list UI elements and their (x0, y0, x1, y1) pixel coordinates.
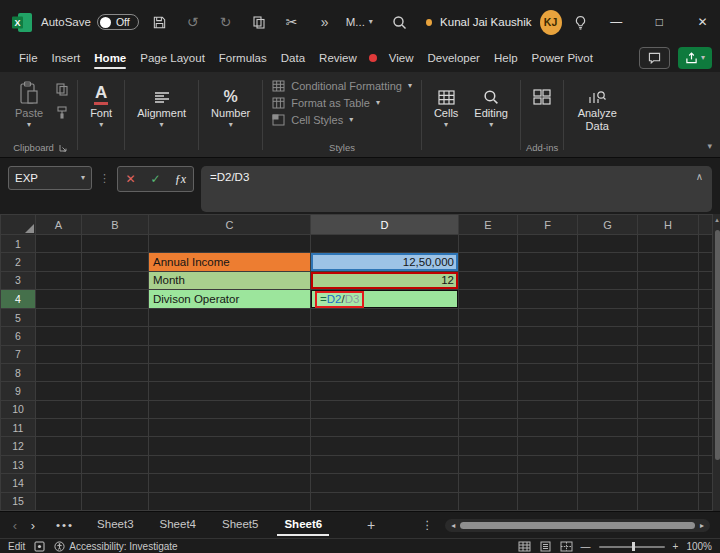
cell-e15[interactable] (459, 492, 518, 510)
column-header-b[interactable]: B (82, 215, 149, 235)
cell-c8[interactable] (149, 364, 311, 382)
sheet-tab-sheet4[interactable]: Sheet4 (147, 512, 209, 538)
cell-d8[interactable] (311, 364, 459, 382)
ribbon-tab-file[interactable]: File (12, 47, 45, 69)
ribbon-tab-page-layout[interactable]: Page Layout (133, 47, 212, 69)
cell-f13[interactable] (518, 455, 578, 473)
row-header-11[interactable]: 11 (1, 419, 36, 437)
cell-b7[interactable] (82, 345, 149, 363)
cell-f11[interactable] (518, 419, 578, 437)
ribbon-tab-developer[interactable]: Developer (421, 47, 487, 69)
cell-e2[interactable] (459, 253, 518, 271)
window-title-menu[interactable]: M... ▾ (346, 16, 373, 28)
row-header-14[interactable]: 14 (1, 474, 36, 492)
cell-d13[interactable] (311, 455, 459, 473)
zoom-slider[interactable] (599, 546, 665, 548)
cell-g10[interactable] (578, 400, 638, 418)
row-header-9[interactable]: 9 (1, 382, 36, 400)
cell-b8[interactable] (82, 364, 149, 382)
cell-d4[interactable]: =D2/D3 (311, 290, 459, 309)
normal-view-button[interactable] (518, 541, 531, 552)
cell-d10[interactable] (311, 400, 459, 418)
font-button[interactable]: A Font ▾ (83, 75, 119, 129)
zoom-out-button[interactable]: — (581, 541, 591, 552)
cell-f7[interactable] (518, 345, 578, 363)
cell-h15[interactable] (638, 492, 699, 510)
paste-button[interactable]: Paste ▾ (8, 75, 50, 129)
cell-h14[interactable] (638, 474, 699, 492)
cell-c14[interactable] (149, 474, 311, 492)
sheet-options-button[interactable]: ⋮ (419, 518, 435, 532)
sheet-list-button[interactable]: ••• (56, 519, 74, 531)
cell-h9[interactable] (638, 382, 699, 400)
cell-f4[interactable] (518, 290, 578, 309)
cell-h8[interactable] (638, 364, 699, 382)
cell-c9[interactable] (149, 382, 311, 400)
cell-b15[interactable] (82, 492, 149, 510)
cell-g12[interactable] (578, 437, 638, 455)
cell-g3[interactable] (578, 271, 638, 289)
cell-e11[interactable] (459, 419, 518, 437)
maximize-button[interactable]: □ (642, 0, 677, 44)
cell-a8[interactable] (36, 364, 82, 382)
ribbon-tab-view[interactable]: View (382, 47, 421, 69)
new-sheet-button[interactable]: + (361, 517, 381, 533)
cell-a13[interactable] (36, 455, 82, 473)
vertical-scrollbar[interactable]: ▴ (713, 214, 720, 511)
row-header-6[interactable]: 6 (1, 327, 36, 345)
save-button[interactable] (148, 9, 172, 35)
cell-c3[interactable]: Month (149, 271, 311, 289)
cell-a3[interactable] (36, 271, 82, 289)
cell-f9[interactable] (518, 382, 578, 400)
cell-e1[interactable] (459, 235, 518, 253)
cell-a14[interactable] (36, 474, 82, 492)
cell-h4[interactable] (638, 290, 699, 309)
column-header-h[interactable]: H (638, 215, 699, 235)
cell-d5[interactable] (311, 308, 459, 326)
cell-f10[interactable] (518, 400, 578, 418)
cell-b12[interactable] (82, 437, 149, 455)
cell-b1[interactable] (82, 235, 149, 253)
dialog-launcher-icon[interactable] (59, 144, 67, 152)
zoom-in-button[interactable]: + (673, 541, 679, 552)
cell-f12[interactable] (518, 437, 578, 455)
horizontal-scrollbar-thumb[interactable] (460, 522, 695, 529)
column-header-g[interactable]: G (578, 215, 638, 235)
column-header-a[interactable]: A (36, 215, 82, 235)
cell-g15[interactable] (578, 492, 638, 510)
close-button[interactable]: ✕ (685, 0, 720, 44)
cell-c5[interactable] (149, 308, 311, 326)
autosave-toggle[interactable]: Off (97, 14, 139, 30)
scroll-right-icon[interactable]: ▸ (697, 521, 707, 530)
cell-a11[interactable] (36, 419, 82, 437)
cell-a4[interactable] (36, 290, 82, 309)
cell-a15[interactable] (36, 492, 82, 510)
excel-logo-icon[interactable]: X (12, 13, 32, 32)
cell-h1[interactable] (638, 235, 699, 253)
cell-e12[interactable] (459, 437, 518, 455)
cell-e13[interactable] (459, 455, 518, 473)
cell-d3[interactable]: 12 (311, 271, 459, 289)
cell-h3[interactable] (638, 271, 699, 289)
copy-small-button[interactable] (52, 81, 72, 97)
accessibility-checker-button[interactable]: Accessibility: Investigate (54, 541, 177, 552)
cells-button[interactable]: Cells ▾ (427, 75, 465, 129)
macro-record-icon[interactable] (34, 541, 45, 552)
cell-h2[interactable] (638, 253, 699, 271)
cell-d14[interactable] (311, 474, 459, 492)
cell-h11[interactable] (638, 419, 699, 437)
ribbon-tab-data[interactable]: Data (274, 47, 312, 69)
editing-button[interactable]: Editing ▾ (467, 75, 515, 129)
sheet-tab-sheet3[interactable]: Sheet3 (84, 512, 146, 538)
cell-f8[interactable] (518, 364, 578, 382)
commit-entry-button[interactable]: ✓ (143, 172, 168, 186)
redo-button[interactable]: ↻ (214, 9, 238, 35)
row-header-8[interactable]: 8 (1, 364, 36, 382)
column-header-c[interactable]: C (149, 215, 311, 235)
row-header-15[interactable]: 15 (1, 492, 36, 510)
cell-g8[interactable] (578, 364, 638, 382)
cell-b5[interactable] (82, 308, 149, 326)
cell-d9[interactable] (311, 382, 459, 400)
cell-c11[interactable] (149, 419, 311, 437)
row-header-13[interactable]: 13 (1, 455, 36, 473)
